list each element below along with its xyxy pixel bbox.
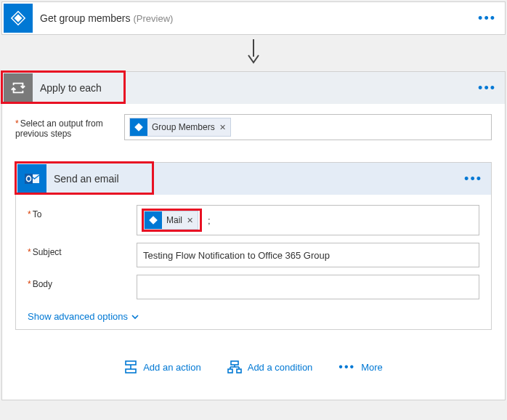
preview-label: (Preview) [134,13,174,24]
step-apply-to-each: Apply to each ••• *Select an output from… [1,71,506,400]
token-group-members[interactable]: Group Members ✕ [129,118,231,137]
add-condition-button[interactable]: Add a condition [227,360,313,373]
svg-rect-2 [25,174,33,184]
svg-rect-7 [231,361,238,365]
remove-token-button[interactable]: ✕ [187,216,193,225]
to-input[interactable]: Mail ✕ ; [137,205,479,235]
token-label: Mail [166,215,182,225]
subject-value: Testing Flow Notification to Office 365 … [142,250,330,261]
footer-actions: Add an action Add a condition ••• More [15,330,492,387]
outlook-icon [17,164,46,193]
apply-menu-button[interactable]: ••• [478,81,496,96]
highlight-box: Mail ✕ [142,209,202,232]
remove-token-button[interactable]: ✕ [219,123,226,132]
step-title: Get group members [40,12,131,24]
more-icon: ••• [338,360,355,373]
svg-rect-13 [237,369,241,373]
token-label: Group Members [152,122,215,132]
show-advanced-options[interactable]: Show advanced options [28,311,139,322]
select-output-label: *Select an output from previous steps [15,114,124,139]
subject-input[interactable]: Testing Flow Notification to Office 365 … [137,243,479,267]
step-send-an-email: Send an email ••• *To [15,162,492,330]
token-mail[interactable]: Mail ✕ [144,211,198,230]
svg-rect-4 [126,361,136,365]
step-get-group-members[interactable]: Get group members (Preview) ••• [1,1,506,35]
apply-header[interactable]: Apply to each ••• [2,72,505,104]
email-header[interactable]: Send an email ••• [16,163,491,195]
add-action-icon [124,360,137,373]
email-title: Send an email [54,173,119,185]
separator: ; [208,215,211,226]
chevron-down-icon [131,312,139,321]
body-label: *Body [28,275,137,289]
more-button[interactable]: ••• More [338,360,382,373]
select-output-input[interactable]: Group Members ✕ [124,114,492,140]
svg-rect-6 [126,369,136,373]
apply-title: Apply to each [40,82,102,94]
svg-rect-12 [228,369,232,373]
flow-arrow [0,35,507,71]
to-label: *To [28,205,137,219]
azure-ad-icon [130,118,147,136]
azure-ad-icon [145,211,162,229]
add-action-button[interactable]: Add an action [124,360,201,373]
azure-ad-icon [4,4,33,33]
loop-icon [4,73,33,102]
body-input[interactable] [137,275,479,299]
add-condition-icon [227,360,242,373]
email-menu-button[interactable]: ••• [464,171,482,187]
subject-label: *Subject [28,243,137,257]
step-menu-button[interactable]: ••• [478,11,496,26]
